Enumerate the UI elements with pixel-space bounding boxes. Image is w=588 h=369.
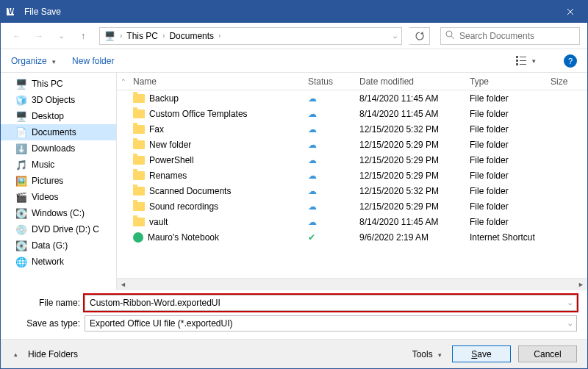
column-status[interactable]: Status	[308, 76, 359, 87]
folder-icon	[133, 110, 145, 118]
sidebar-item-label: Pictures	[32, 176, 63, 186]
file-name: Sound recordings	[149, 201, 218, 212]
file-name: PowerShell	[149, 155, 194, 165]
recent-locations-dropdown[interactable]: ⌵	[52, 27, 70, 45]
svg-rect-3	[516, 56, 518, 58]
sidebar-item-downloads[interactable]: ⬇️Downloads	[1, 140, 116, 157]
column-type[interactable]: Type	[470, 76, 551, 87]
file-type: File folder	[470, 140, 551, 150]
file-pane: ⌃ Name Status Date modified Type Size Ba…	[117, 73, 587, 290]
up-button[interactable]: ↑	[74, 27, 92, 45]
drive-icon: 💽	[15, 207, 27, 219]
chevron-down-icon[interactable]: ⌵	[568, 320, 572, 327]
sidebar-item-label: Network	[32, 257, 64, 267]
file-type: File folder	[470, 124, 551, 135]
file-name: Backup	[149, 93, 179, 104]
column-name[interactable]: Name	[130, 76, 308, 87]
search-box[interactable]	[440, 27, 580, 45]
sort-indicator[interactable]: ⌃	[117, 78, 130, 85]
search-input[interactable]	[459, 31, 575, 41]
sidebar-item-videos[interactable]: 🎬Videos	[1, 189, 116, 205]
file-row[interactable]: PowerShell☁12/15/2020 5:29 PMFile folder	[117, 152, 587, 168]
sidebar-item-network[interactable]: 🌐Network	[1, 254, 116, 270]
chevron-down-icon: ▾	[532, 57, 536, 65]
file-row[interactable]: Renames☁12/15/2020 5:29 PMFile folder	[117, 168, 587, 183]
column-size[interactable]: Size	[551, 76, 587, 87]
help-button[interactable]: ?	[564, 54, 577, 68]
sidebar-item-desktop[interactable]: 🖥️Desktop	[1, 108, 116, 124]
cloud-icon: ☁	[308, 109, 317, 119]
file-row[interactable]: Mauro's Notebook✔9/6/2020 2:19 AMInterne…	[117, 229, 587, 245]
svg-rect-5	[516, 63, 518, 65]
save-button[interactable]: Save	[452, 345, 511, 362]
tools-menu[interactable]: Tools ▾	[412, 349, 445, 359]
file-date: 12/15/2020 5:29 PM	[359, 201, 470, 212]
view-options-button[interactable]: ▾	[512, 54, 543, 67]
folder-icon	[133, 218, 145, 226]
sidebar-item-label: Videos	[32, 192, 58, 202]
cloud-icon: ☁	[308, 93, 317, 104]
forward-button[interactable]: →	[30, 27, 48, 45]
chevron-right-icon: ›	[120, 32, 122, 40]
file-name-field[interactable]: Custom-Ribbon-Word.exportedUI ⌵	[85, 295, 577, 311]
file-row[interactable]: Fax☁12/15/2020 5:32 PMFile folder	[117, 121, 587, 137]
scroll-right-icon[interactable]: ►	[575, 279, 587, 291]
file-list[interactable]: Backup☁8/14/2020 11:45 AMFile folderCust…	[117, 90, 587, 278]
file-name: vault	[149, 217, 168, 227]
sidebar-item-3d-objects[interactable]: 🧊3D Objects	[1, 92, 116, 108]
sidebar-item-this-pc[interactable]: 🖥️This PC	[1, 76, 116, 92]
hide-folders-button[interactable]: Hide Folders	[28, 349, 78, 359]
file-row[interactable]: Scanned Documents☁12/15/2020 5:32 PMFile…	[117, 183, 587, 198]
save-type-field[interactable]: Exported Office UI file (*.exportedUI) ⌵	[85, 315, 577, 332]
folder-icon	[133, 202, 145, 211]
cloud-icon: ☁	[308, 201, 317, 212]
collapse-icon[interactable]: ▴	[14, 351, 18, 358]
toolbar-row: Organize ▾ New folder ▾ ?	[1, 49, 587, 73]
sidebar-item-data-g-[interactable]: 💽Data (G:)	[1, 237, 116, 254]
file-name-value: Custom-Ribbon-Word.exportedUI	[90, 298, 220, 308]
sidebar-item-windows-c-[interactable]: 💽Windows (C:)	[1, 205, 116, 221]
address-dropdown-icon[interactable]: ⌵	[393, 32, 397, 40]
file-date: 8/14/2020 11:45 AM	[359, 217, 470, 227]
column-date[interactable]: Date modified	[359, 76, 470, 87]
new-folder-button[interactable]: New folder	[72, 56, 114, 66]
file-type: File folder	[470, 155, 551, 165]
search-icon	[445, 30, 455, 42]
folder-icon	[133, 140, 145, 149]
address-bar[interactable]: 🖥️ › This PC › Documents › ⌵	[99, 27, 402, 45]
sidebar-item-label: Music	[32, 160, 54, 170]
file-row[interactable]: New folder☁12/15/2020 5:29 PMFile folder	[117, 137, 587, 152]
sidebar-item-dvd-drive-d-c[interactable]: 💿DVD Drive (D:) C	[1, 221, 116, 237]
chevron-down-icon: ▾	[438, 351, 442, 359]
folder-icon	[133, 171, 145, 180]
file-row[interactable]: Sound recordings☁12/15/2020 5:29 PMFile …	[117, 198, 587, 214]
pc-icon: 🖥️	[104, 31, 115, 41]
close-button[interactable]	[553, 1, 587, 23]
scroll-left-icon[interactable]: ◄	[117, 279, 129, 291]
music-icon: 🎵	[15, 159, 27, 171]
file-type: File folder	[470, 186, 551, 196]
sidebar-item-music[interactable]: 🎵Music	[1, 157, 116, 173]
cancel-button[interactable]: Cancel	[518, 345, 577, 362]
dvd-icon: 💿	[15, 223, 27, 235]
refresh-button[interactable]	[409, 27, 430, 45]
network-icon: 🌐	[15, 256, 27, 268]
sidebar-item-pictures[interactable]: 🖼️Pictures	[1, 173, 116, 189]
organize-menu[interactable]: Organize ▾	[11, 56, 59, 66]
file-row[interactable]: Backup☁8/14/2020 11:45 AMFile folder	[117, 90, 587, 106]
sidebar-item-documents[interactable]: 📄Documents	[1, 124, 116, 140]
file-row[interactable]: Custom Office Templates☁8/14/2020 11:45 …	[117, 106, 587, 121]
svg-rect-6	[520, 57, 526, 57]
breadcrumb-this-pc[interactable]: This PC	[126, 31, 158, 41]
svg-rect-8	[520, 64, 526, 65]
back-button[interactable]: ←	[8, 27, 26, 45]
svg-text:W: W	[8, 6, 17, 16]
breadcrumb-documents[interactable]: Documents	[169, 31, 214, 41]
file-row[interactable]: vault☁8/14/2020 11:45 AMFile folder	[117, 214, 587, 229]
file-date: 8/14/2020 11:45 AM	[359, 109, 470, 119]
folder-icon	[133, 156, 145, 165]
svg-point-2	[446, 31, 452, 37]
chevron-down-icon[interactable]: ⌵	[568, 299, 572, 307]
horizontal-scrollbar[interactable]: ◄ ►	[117, 278, 587, 290]
file-date: 8/14/2020 11:45 AM	[359, 93, 470, 104]
